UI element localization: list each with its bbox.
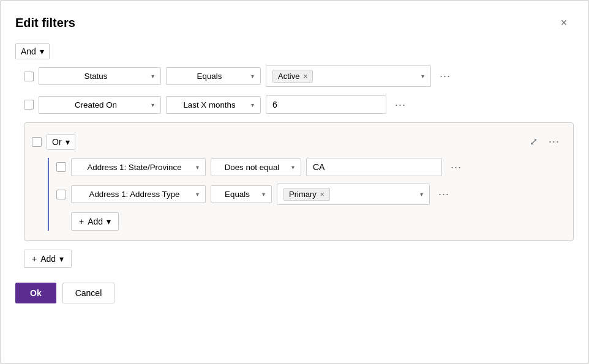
inner-add-arrow: ▾ xyxy=(107,217,111,226)
inner-add-button[interactable]: + Add ▾ xyxy=(71,212,119,231)
or-arrow: ▾ xyxy=(66,137,70,147)
createdon-operator-label: Last X months xyxy=(173,100,246,110)
footer-row: Ok Cancel xyxy=(15,283,574,303)
state-field-arrow: ▾ xyxy=(196,164,199,171)
status-field-label: Status xyxy=(45,72,146,81)
and-row: And ▾ xyxy=(15,43,574,59)
status-value-arrow: ▾ xyxy=(421,73,424,80)
edit-filters-dialog: Edit filters × And ▾ Status ▾ Equals ▾ A… xyxy=(0,0,589,364)
and-label: And xyxy=(21,46,36,56)
addresstype-field-arrow: ▾ xyxy=(196,191,199,198)
addresstype-value-field: Primary × ▾ xyxy=(277,184,430,205)
state-field-select[interactable]: Address 1: State/Province ▾ xyxy=(71,158,206,176)
filter-row-createdon: Created On ▾ Last X months ▾ ··· xyxy=(24,95,574,114)
addresstype-operator-arrow: ▾ xyxy=(262,191,265,198)
close-button[interactable]: × xyxy=(554,13,574,32)
or-label: Or xyxy=(52,137,62,147)
cancel-button[interactable]: Cancel xyxy=(62,283,115,303)
state-field-label: Address 1: State/Province xyxy=(78,163,191,172)
addresstype-tag-close[interactable]: × xyxy=(320,190,325,199)
inner-add-plus-icon: + xyxy=(79,217,84,226)
state-row-checkbox[interactable] xyxy=(56,162,66,172)
addresstype-value-tag: Primary × xyxy=(283,188,330,201)
createdon-value-input[interactable] xyxy=(272,100,380,110)
status-row-checkbox[interactable] xyxy=(24,72,34,81)
status-operator-label: Equals xyxy=(173,72,246,81)
or-header-left: Or ▾ xyxy=(32,134,75,150)
status-tag-close[interactable]: × xyxy=(303,72,307,81)
and-dropdown[interactable]: And ▾ xyxy=(15,43,50,59)
createdon-field-select[interactable]: Created On ▾ xyxy=(39,96,161,114)
status-field-arrow: ▾ xyxy=(151,73,154,80)
status-row-more[interactable]: ··· xyxy=(436,67,454,85)
status-value-field: Active × ▾ xyxy=(266,65,431,87)
or-filter-row-state: Address 1: State/Province ▾ Does not equ… xyxy=(56,158,563,176)
createdon-operator-select[interactable]: Last X months ▾ xyxy=(166,96,261,114)
inner-add-row: + Add ▾ xyxy=(56,212,563,231)
dialog-title: Edit filters xyxy=(15,16,75,30)
createdon-field-label: Created On xyxy=(45,100,146,110)
outer-add-label: Add xyxy=(40,254,56,264)
or-group-more[interactable]: ··· xyxy=(545,133,563,150)
inner-add-label: Add xyxy=(88,217,103,226)
createdon-row-more[interactable]: ··· xyxy=(391,96,410,114)
state-operator-select[interactable]: Does not equal ▾ xyxy=(211,158,301,176)
addresstype-operator-label: Equals xyxy=(217,190,257,199)
outer-add-row: + Add ▾ xyxy=(24,250,574,268)
or-group: Or ▾ ⤢ ··· Address 1: State/Province ▾ D xyxy=(24,122,574,241)
or-header-right: ⤢ ··· xyxy=(527,133,563,150)
addresstype-operator-select[interactable]: Equals ▾ xyxy=(211,185,272,203)
createdon-row-checkbox[interactable] xyxy=(24,100,34,110)
addresstype-row-checkbox[interactable] xyxy=(56,190,66,199)
or-group-header: Or ▾ ⤢ ··· xyxy=(32,133,563,150)
filter-row-status: Status ▾ Equals ▾ Active × ▾ ··· xyxy=(24,65,574,87)
or-connector-line xyxy=(48,158,49,231)
status-value-tag: Active × xyxy=(272,70,313,83)
state-row-more[interactable]: ··· xyxy=(447,158,465,176)
outer-add-button[interactable]: + Add ▾ xyxy=(24,250,72,268)
status-tag-label: Active xyxy=(278,72,299,81)
status-operator-select[interactable]: Equals ▾ xyxy=(166,67,261,85)
addresstype-value-arrow: ▾ xyxy=(420,191,423,198)
and-arrow: ▾ xyxy=(40,46,44,56)
state-value-input[interactable] xyxy=(313,162,435,172)
state-value-field xyxy=(306,158,442,176)
createdon-field-arrow: ▾ xyxy=(151,102,154,108)
addresstype-row-more[interactable]: ··· xyxy=(435,185,453,203)
createdon-value-field xyxy=(266,95,386,114)
addresstype-field-label: Address 1: Address Type xyxy=(78,190,191,199)
createdon-operator-arrow: ▾ xyxy=(251,102,254,108)
state-operator-arrow: ▾ xyxy=(291,164,294,171)
dialog-header: Edit filters × xyxy=(15,13,574,32)
status-field-select[interactable]: Status ▾ xyxy=(39,67,161,85)
state-operator-label: Does not equal xyxy=(217,163,287,172)
outer-add-arrow: ▾ xyxy=(59,254,64,264)
or-group-checkbox[interactable] xyxy=(32,137,42,147)
outer-add-plus-icon: + xyxy=(32,254,37,264)
or-dropdown[interactable]: Or ▾ xyxy=(47,134,75,150)
addresstype-tag-label: Primary xyxy=(289,190,317,199)
addresstype-field-select[interactable]: Address 1: Address Type ▾ xyxy=(71,185,206,203)
status-operator-arrow: ▾ xyxy=(251,73,254,80)
or-filter-row-addresstype: Address 1: Address Type ▾ Equals ▾ Prima… xyxy=(56,184,563,205)
collapse-button[interactable]: ⤢ xyxy=(527,135,540,149)
ok-button[interactable]: Ok xyxy=(15,283,56,303)
